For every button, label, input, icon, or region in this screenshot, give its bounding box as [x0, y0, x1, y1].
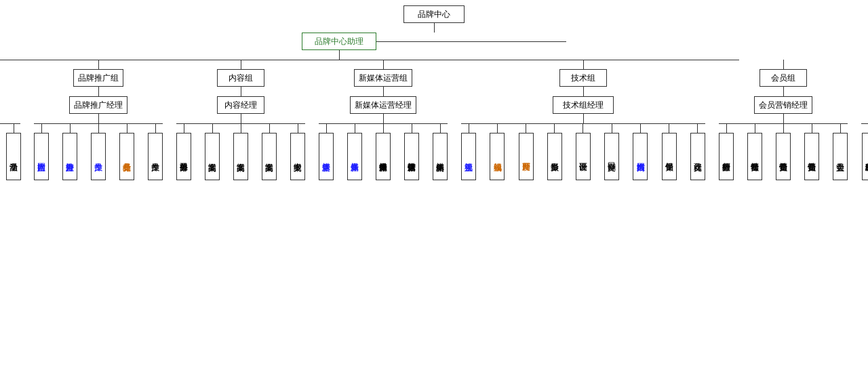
- leaf-促销专员: 促销专员: [662, 133, 677, 180]
- level1-node: 品牌中心助理: [302, 33, 376, 50]
- leaf-会员主管: 会员主管: [833, 133, 848, 180]
- leaf-中级文案: 中级文案: [290, 133, 305, 180]
- leaf-视频编辑: 视频编辑: [490, 133, 505, 180]
- root-line: [434, 23, 435, 33]
- leaf-会员营销专员2: 会员营销专员: [804, 133, 819, 180]
- group-box-内容组: 内容组: [217, 69, 264, 87]
- manager-内容经理: 内容经理: [217, 96, 264, 114]
- group-box-品牌推广组: 品牌推广组: [73, 69, 123, 87]
- leaf-新媒体美编: 新媒体美编: [433, 133, 448, 180]
- group-新媒体运营组: 新媒体运营组 新媒体运营经理 新媒体主管 新媒体专员: [312, 60, 454, 180]
- group-企划组: 企划组 企划经理 国内企划主管 海外企划主管: [0, 60, 27, 180]
- group-技术组: 技术组 技术组经理 视频主管 视频编辑: [454, 60, 712, 180]
- org-chart: 品牌中心 品牌中心助理 企划组 企划经理: [0, 0, 868, 186]
- manager-品牌推广经理: 品牌推广经理: [69, 96, 127, 114]
- group-box-技术组: 技术组: [559, 69, 607, 87]
- leaf-总经办秘书助理: 总经办秘书助理: [862, 133, 868, 180]
- leaf-平面设计: 平面设计: [576, 133, 591, 180]
- group-内容组: 内容组 内容经理 外部服务公司 高级文案: [170, 60, 312, 180]
- leaf-口文翻译: 口文翻译: [604, 133, 619, 180]
- leaf-高级文案1: 高级文案: [205, 133, 220, 180]
- leaf-推广专员2: 推广专员: [148, 133, 163, 180]
- leaf-外部服务公司: 外部服务公司: [176, 133, 191, 180]
- level1-down-line: [339, 50, 340, 60]
- group-品牌推广组: 品牌推广组 品牌推广经理 国内推广主管 海外推广主管: [27, 60, 170, 180]
- leaf-社群营销专员: 社群营销专员: [747, 133, 762, 180]
- group-box-新媒体运营组: 新媒体运营组: [354, 69, 412, 87]
- leaf-摄影专员: 摄影专员: [547, 133, 562, 180]
- leaf-推广专员1: 推广专员: [91, 133, 106, 180]
- leaf-高级文案3: 高级文案: [262, 133, 277, 180]
- leaf-网页开发师: 网页开发师: [519, 133, 534, 180]
- manager-会员营销经理: 会员营销经理: [754, 96, 812, 114]
- leaf-活动专员: 活动专员: [6, 133, 21, 180]
- leaf-高级网络推广: 高级网络推广: [633, 133, 648, 180]
- leaf-会员营销专员1: 会员营销专员: [776, 133, 791, 180]
- leaf-数据分析师: 数据分析师: [719, 133, 734, 180]
- leaf-新媒体微博专员: 新媒体微博专员: [376, 133, 391, 180]
- group-一带一路: 一带一路 一带一路主管 总经办秘书助理 政府公共事务: [854, 60, 868, 180]
- leaf-新媒体专员: 新媒体专员: [347, 133, 362, 180]
- leaf-海外推广主管: 海外推广主管: [62, 133, 77, 180]
- leaf-竞品分析专员: 竞品分析专员: [119, 133, 134, 180]
- leaf-新媒体主管: 新媒体主管: [319, 133, 334, 180]
- group-box-会员组: 会员组: [760, 69, 807, 87]
- manager-新媒体运营经理: 新媒体运营经理: [350, 96, 416, 114]
- leaf-新媒体微信运营: 新媒体微信运营: [404, 133, 419, 180]
- root-node: 品牌中心: [403, 5, 465, 23]
- leaf-高级文案2: 高级文案: [233, 133, 248, 180]
- group-会员组: 会员组 会员营销经理 数据分析师 社群营销专员: [712, 60, 854, 180]
- leaf-视频主管: 视频主管: [461, 133, 476, 180]
- manager-技术组经理: 技术组经理: [553, 96, 614, 114]
- leaf-国内推广主管: 国内推广主管: [34, 133, 49, 180]
- leaf-行政文员: 行政文员: [690, 133, 705, 180]
